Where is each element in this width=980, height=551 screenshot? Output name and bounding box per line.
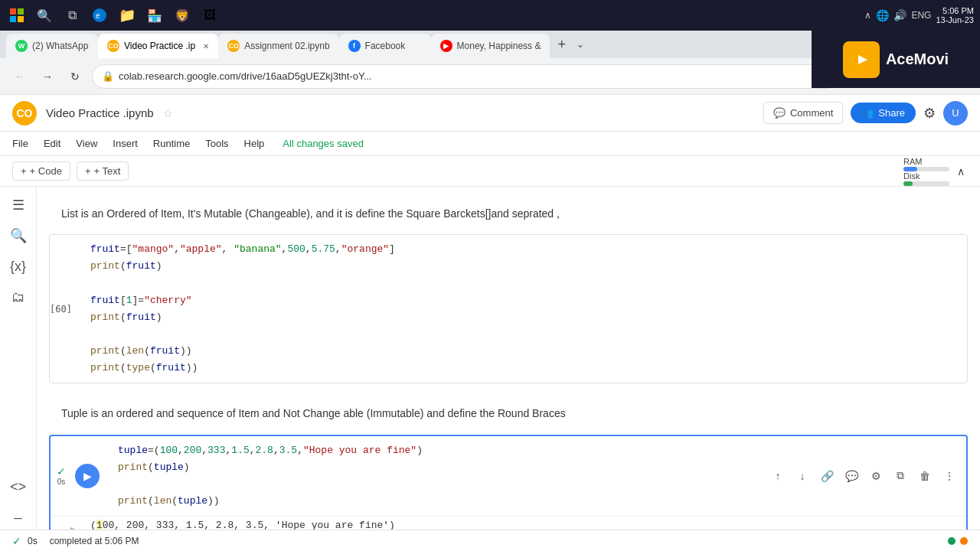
- url-bar[interactable]: 🔒 colab.research.google.com/drive/16aaD5…: [92, 64, 839, 89]
- notebook-title[interactable]: Video Practice .ipynb: [46, 106, 154, 119]
- sidebar-terminal-icon[interactable]: _: [6, 499, 31, 523]
- cell-2-toolbar: ↑ ↓ 🔗 💬 ⚙ ⧉ 🗑 ⋮: [767, 465, 966, 487]
- menu-help[interactable]: Help: [238, 135, 271, 152]
- taskview-icon[interactable]: ⧉: [61, 5, 83, 26]
- plus-code-icon: +: [21, 165, 27, 177]
- move-down-button[interactable]: ↓: [792, 465, 813, 487]
- menu-tools[interactable]: Tools: [199, 135, 234, 152]
- user-avatar[interactable]: U: [943, 101, 968, 126]
- new-tab-button[interactable]: +: [550, 37, 573, 53]
- link-button[interactable]: 🔗: [816, 465, 838, 487]
- menu-insert[interactable]: Insert: [106, 135, 144, 152]
- comment-icon: 💬: [773, 107, 786, 119]
- tab-video-practice[interactable]: CO Video Practice .ip ✕: [98, 34, 218, 58]
- sidebar-left: ☰ 🔍 {x} 🗂 <> _: [0, 187, 37, 530]
- status-bar: ✓ 0s completed at 5:06 PM: [0, 530, 980, 551]
- back-button[interactable]: ←: [9, 66, 31, 87]
- facebook-favicon: f: [348, 40, 361, 52]
- sidebar-bottom: <> _: [6, 474, 31, 523]
- text-cell-1-content: List is an Ordered of Item, It's Mutable…: [61, 207, 560, 220]
- output-expand-icon[interactable]: ▷: [63, 520, 84, 530]
- sidebar-code-icon[interactable]: <>: [6, 474, 31, 499]
- code-cell-1[interactable]: [60] fruit=["mango","apple", "banana",50…: [49, 234, 968, 383]
- tab-overflow-button[interactable]: ⌄: [577, 39, 584, 50]
- menu-view[interactable]: View: [70, 135, 103, 152]
- comment-button[interactable]: 💬 Comment: [763, 102, 843, 124]
- svg-rect-3: [18, 16, 24, 22]
- sidebar-variables-icon[interactable]: {x}: [6, 254, 31, 279]
- assignment-favicon: CO: [227, 40, 240, 52]
- main-content: ☰ 🔍 {x} 🗂 <> _ List is an Ordered of Ite…: [0, 187, 980, 530]
- status-completed: completed at 5:06 PM: [50, 536, 139, 546]
- youtube-favicon: ▶: [440, 40, 452, 52]
- tab-facebook-label: Facebook: [365, 41, 406, 51]
- cell-check-icon: ✓: [57, 465, 66, 478]
- spacer-1: [49, 390, 968, 399]
- ram-disk-widget[interactable]: RAM Disk: [903, 157, 949, 186]
- sidebar-search-icon[interactable]: 🔍: [6, 223, 31, 248]
- delete-cell-button[interactable]: 🗑: [914, 465, 936, 487]
- tab-assignment[interactable]: CO Assignment 02.ipynb: [218, 34, 338, 58]
- url-text: colab.research.google.com/drive/16aaD5gU…: [119, 70, 817, 82]
- tab-money-label: Money, Happiness &: [457, 41, 541, 51]
- settings-icon[interactable]: ⚙: [923, 105, 936, 122]
- svg-rect-2: [10, 16, 16, 22]
- brave-icon[interactable]: 🦁: [172, 5, 193, 26]
- keyboard-icon: ENG: [911, 10, 931, 21]
- insert-bar-right: RAM Disk ∧: [903, 157, 968, 186]
- network-icon: 🌐: [876, 9, 889, 21]
- settings-cell-button[interactable]: ⚙: [865, 465, 887, 487]
- menu-edit[interactable]: Edit: [38, 135, 67, 152]
- tray-icons: ∧ 🌐 🔊 ENG: [864, 9, 931, 21]
- volume-icon: 🔊: [893, 9, 906, 21]
- search-taskbar-icon[interactable]: 🔍: [34, 5, 55, 26]
- code-cell-2-content[interactable]: tuple=(100,200,333,1.5,2.8,3.5,"Hope you…: [106, 436, 767, 516]
- insert-code-button[interactable]: + + Code: [12, 161, 70, 181]
- taskbar: 🔍 ⧉ e 📁 🏪 🦁 🖼 ∧ 🌐 🔊 ENG 5:06 PM 13-Jun-2…: [0, 0, 980, 31]
- code-cell-2-body: tuple=(100,200,333,1.5,2.8,3.5,"Hope you…: [106, 436, 767, 516]
- store-icon[interactable]: 🏪: [144, 5, 165, 26]
- photoshop-icon[interactable]: 🖼: [199, 5, 220, 26]
- star-icon[interactable]: ☆: [163, 107, 173, 119]
- sidebar-files-icon[interactable]: 🗂: [6, 285, 31, 309]
- colab-favicon: CO: [107, 40, 119, 52]
- taskbar-right: ∧ 🌐 🔊 ENG 5:06 PM 13-Jun-23: [864, 6, 974, 24]
- status-check-icon: ✓: [12, 535, 21, 547]
- share-icon: 👥: [861, 107, 874, 119]
- notebook-area: List is an Ordered of Item, It's Mutable…: [37, 187, 980, 530]
- collapse-button[interactable]: ∧: [954, 162, 968, 181]
- copy-cell-button[interactable]: ⧉: [890, 465, 911, 487]
- acemovi-overlay: AceMovi: [812, 31, 980, 88]
- comment-cell-button[interactable]: 💬: [841, 465, 862, 487]
- move-up-button[interactable]: ↑: [767, 465, 789, 487]
- cell-2-counter: 0s: [57, 478, 66, 486]
- files-icon[interactable]: 📁: [116, 5, 138, 26]
- tab-close-video[interactable]: ✕: [203, 42, 209, 51]
- plus-text-icon: +: [85, 165, 91, 177]
- more-options-button[interactable]: ⋮: [939, 465, 960, 487]
- insert-text-button[interactable]: + + Text: [77, 161, 129, 181]
- forward-button[interactable]: →: [37, 66, 58, 87]
- windows-icon[interactable]: [6, 5, 28, 26]
- tab-money[interactable]: ▶ Money, Happiness &: [431, 34, 550, 58]
- text-cell-2-content: Tuple is an ordered and sequence of Item…: [61, 407, 566, 419]
- menu-file[interactable]: File: [6, 135, 34, 152]
- share-button[interactable]: 👥 Share: [851, 103, 916, 123]
- svg-rect-0: [10, 8, 16, 15]
- ram-disk-labels: RAM Disk: [903, 157, 949, 186]
- code-cell-2-header: ✓ 0s ▶ tuple=(100,200,333,1.5,2.8,3.5,"H…: [51, 436, 966, 516]
- code-cell-2[interactable]: ✓ 0s ▶ tuple=(100,200,333,1.5,2.8,3.5,"H…: [49, 435, 968, 530]
- tab-facebook[interactable]: f Facebook: [339, 34, 431, 58]
- acemovi-logo: [843, 41, 880, 78]
- reload-button[interactable]: ↻: [64, 66, 86, 87]
- edge-icon[interactable]: e: [89, 5, 110, 26]
- cell-1-counter: [60]: [50, 304, 72, 315]
- menu-runtime[interactable]: Runtime: [147, 135, 196, 152]
- code-cell-1-content[interactable]: fruit=["mango","apple", "banana",500,5.7…: [78, 235, 967, 383]
- sidebar-menu-icon[interactable]: ☰: [6, 193, 31, 217]
- run-cell-button[interactable]: ▶: [75, 464, 100, 488]
- tab-whatsapp[interactable]: W (2) WhatsApp: [6, 34, 98, 58]
- connected-dot: [948, 537, 956, 545]
- text-cell-1: List is an Ordered of Item, It's Mutable…: [49, 199, 968, 228]
- tray-overflow[interactable]: ∧: [864, 10, 871, 21]
